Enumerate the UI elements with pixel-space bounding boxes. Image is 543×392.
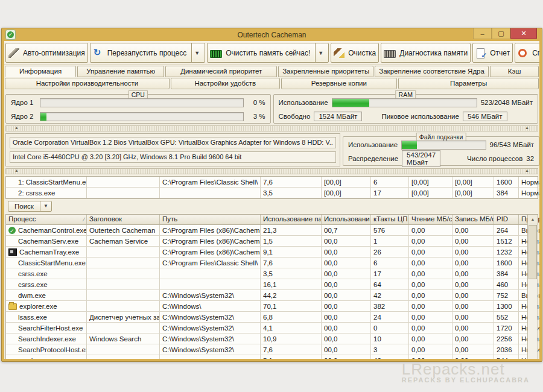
tab-информация[interactable]: Информация [5,66,76,77]
scrollbar-thumb[interactable] [529,225,537,279]
table-row[interactable]: csrss.exe16,100,0640,000,00460Нормальный [6,279,528,290]
table-row[interactable]: CachemanControl.exeOutertech CachemanC:\… [6,225,528,236]
cleanup-button[interactable]: Очистка [331,43,379,63]
cell-mem: 44,2 [261,290,322,300]
toolbar-button-label: Перезапустить процесс [107,49,186,57]
tab-параметры[interactable]: Параметры [398,78,539,89]
table-row[interactable]: SearchFilterHost.exeC:\Windows\System32\… [6,323,528,334]
collapse-arrow-icon[interactable]: ▲ [14,168,19,173]
cell-path: C:\Windows\System32\ [160,323,261,333]
process-count-value: 32 [526,155,534,162]
tab-настройки-производительности[interactable]: Настройки производительности [5,78,170,89]
cell-mem: 3,5 [261,268,322,279]
cpu-core-bar [40,98,244,107]
table-row[interactable]: csrss.exe3,500,0170,000,00384Нормальный [6,268,528,279]
cell-mem: 3,5 [261,188,322,198]
table-row[interactable]: CachemanServ.exeCacheman ServiceC:\Progr… [6,236,528,247]
splitter-top[interactable]: ▲ ▲ [5,125,538,131]
table-row[interactable]: SearchIndexer.exeWindows SearchC:\Window… [6,334,528,344]
tab-закрепленные-приоритеты[interactable]: Закрепленные приоритеты [278,66,373,77]
pagefile-alloc-value: 543/2047 МБайт [402,150,440,167]
scroll-up-icon[interactable]: ▲ [528,215,538,224]
cell-ticks: 17 [371,188,409,198]
ram-gray-icon [384,50,396,58]
table-row[interactable]: 1: ClassicStartMenu.exeC:\Program Files\… [6,177,538,188]
search-button-label[interactable]: Поиск [8,201,40,211]
collapse-arrow-icon[interactable]: ▲ [525,125,529,130]
table-row[interactable]: dwm.exeC:\Windows\System32\44,200,0420,0… [6,290,528,301]
cell-name: lsass.exe [6,312,87,322]
cell-write: 0,00 [453,355,494,359]
cell-title [87,268,160,279]
column-header-read[interactable]: Чтение МБ/с [409,215,453,224]
toolbar-button-label: Очистка [348,49,376,57]
table-row[interactable]: 2: csrss.exe3,5[00,0]17[0,00][0,00]384Но… [6,188,538,198]
column-header-path[interactable]: Путь [160,215,261,224]
cell-mem: 7,6 [261,177,322,187]
column-header-write[interactable]: Запись МБ/с [453,215,494,224]
table-row[interactable]: services.exe5,100,0420,000,00544Нормальн… [6,355,528,359]
table-row[interactable]: ClassicStartMenu.exeC:\Program Files\Cla… [6,258,528,268]
cell-write: 0,00 [453,301,494,311]
ram-free-value: 1524 МБайт [314,112,362,121]
ram-peak-value: 546 МБайт [463,112,507,121]
column-header-name[interactable]: Процесс∕ [6,215,87,224]
close-button[interactable]: ✕ [510,28,537,39]
table-row[interactable]: CachemanTray.exeC:\Program Files (x86)\C… [6,247,528,258]
memory-diagnostics-button[interactable]: Диагностика памяти [381,43,471,63]
cell-cpu: 00,0 [322,334,371,344]
table-row[interactable]: lsass.exeДиспетчер учетных записеC:\Wind… [6,312,528,323]
tab-резервные-копии[interactable]: Резервные копии [281,78,398,89]
cell-path [160,279,261,289]
column-header-mem[interactable]: Использование пам... [261,215,322,224]
minimize-button[interactable]: – [473,28,492,39]
cell-mem: 10,9 [261,334,322,344]
cell-name: 1: ClassicStartMenu.exe [6,177,87,187]
tab-кэш[interactable]: Кэш [490,66,539,77]
column-header-ticks[interactable]: кТакты ЦП [371,215,409,224]
cell-pid: 1600 [494,258,519,268]
search-button[interactable]: Поиск ▼ [8,201,52,212]
cell-path: C:\Windows\System32\ [160,344,261,355]
tab-динамический-приоритет[interactable]: Динамический приоритет [165,66,277,77]
search-dropdown-icon[interactable]: ▼ [40,201,51,211]
cell-name: SearchIndexer.exe [6,334,87,344]
restart-process-button[interactable]: Перезапустить процесс▼ [90,43,205,63]
pagefile-alloc-label: Распределение [348,155,398,162]
cell-title [87,355,160,359]
cell-pid: 2256 [494,334,519,344]
splitter-middle[interactable]: ▲ ▲ [5,168,538,174]
collapse-arrow-icon[interactable]: ▲ [14,125,19,130]
dropdown-arrow-icon[interactable]: ▼ [315,43,326,62]
cell-cpu: [00,0] [322,177,371,187]
table-row[interactable]: SearchProtocolHost.exeC:\Windows\System3… [6,344,528,355]
report-button[interactable]: Отчет [472,43,513,63]
help-button[interactable]: Справка [515,43,539,63]
column-header-cpu[interactable]: Использовани... [322,215,371,224]
cell-path: C:\Program Files\Classic Shell\ [160,258,261,268]
cell-title: Outertech Cacheman [87,225,160,235]
column-header-pid[interactable]: PID [494,215,519,224]
collapse-arrow-icon[interactable]: ▲ [525,168,529,173]
cell-read: 0,00 [409,290,453,300]
dropdown-arrow-icon[interactable]: ▼ [191,43,202,62]
column-header-title[interactable]: Заголовок [87,215,160,224]
cell-mem: 5,1 [261,355,322,359]
titlebar[interactable]: Outertech Cacheman – ▢ ✕ [2,28,542,41]
app-window: Outertech Cacheman – ▢ ✕ Авто-оптимизаци… [1,28,542,362]
square-icon [8,248,17,256]
auto-optimize-button[interactable]: Авто-оптимизация [5,43,88,63]
tab-настройки-удобств[interactable]: Настройки удобств [171,78,280,89]
tab-закрепление-соответствие-ядра[interactable]: Закрепление соответствие Ядра [375,66,489,77]
table-row[interactable]: explorer.exeC:\Windows\70,100,03820,000,… [6,301,528,312]
tab-управление-памятью[interactable]: Управление памятью [77,66,164,77]
watermark-page: LRepacks.net REPACKS BY ELCHUPACABRA [402,362,530,384]
cell-pid: 460 [494,279,519,289]
cell-path [160,188,261,198]
cell-title: Диспетчер учетных записе [87,312,160,322]
vertical-scrollbar[interactable]: ▲ ▼ [527,215,538,359]
maximize-button[interactable]: ▢ [492,28,510,39]
system-info-box: Oracle Corporation VirtualBox 1.2 Bios V… [5,133,340,166]
clear-memory-button[interactable]: Очистить память сейчас!▼ [207,43,329,63]
folder-icon [8,303,17,310]
